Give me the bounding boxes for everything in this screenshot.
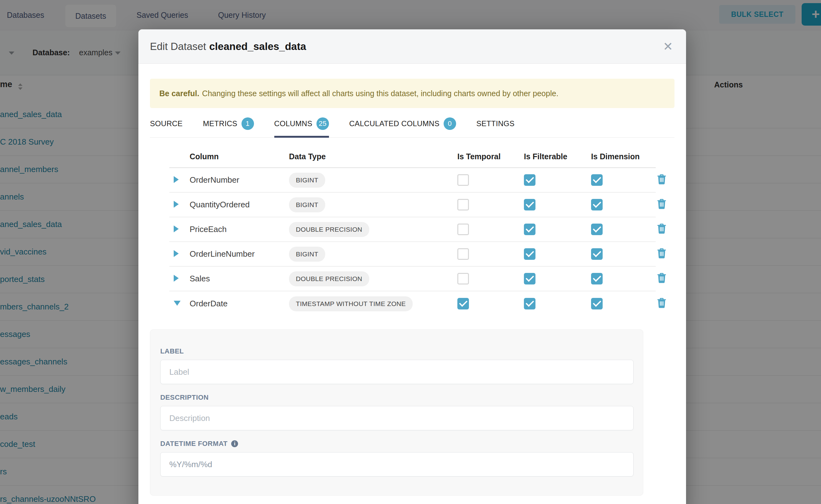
- description-field-group: DESCRIPTION: [160, 393, 634, 430]
- is-dimension-checkbox[interactable]: [591, 174, 603, 186]
- is-temporal-checkbox[interactable]: [458, 298, 469, 309]
- tab-label: COLUMNS: [274, 119, 312, 128]
- header-is-dimension: Is Dimension: [590, 152, 655, 161]
- column-name: Sales: [182, 274, 286, 284]
- modal-header: Edit Datasetcleaned_sales_data ✕: [138, 29, 686, 64]
- tab-columns[interactable]: COLUMNS25: [274, 117, 329, 137]
- data-type-badge: BIGINT: [289, 247, 325, 262]
- label-field-group: LABEL: [160, 347, 634, 384]
- tab-metrics[interactable]: METRICS1: [203, 117, 254, 137]
- label-field-label: LABEL: [160, 347, 634, 355]
- is-temporal-checkbox[interactable]: [458, 224, 469, 235]
- trash-icon: [657, 174, 666, 185]
- column-row-priceeach: PriceEachDOUBLE PRECISION: [169, 217, 656, 242]
- tab-count-badge: 25: [316, 117, 329, 130]
- data-type-badge: TIMESTAMP WITHOUT TIME ZONE: [289, 296, 413, 311]
- data-type-badge: DOUBLE PRECISION: [289, 271, 369, 286]
- delete-column-button[interactable]: [657, 298, 666, 308]
- is-temporal-checkbox[interactable]: [458, 174, 469, 186]
- label-input[interactable]: [160, 360, 634, 384]
- is-filterable-checkbox[interactable]: [524, 273, 536, 284]
- modal-tabs: SOURCEMETRICS1COLUMNS25CALCULATED COLUMN…: [150, 117, 675, 138]
- column-row-sales: SalesDOUBLE PRECISION: [169, 267, 656, 291]
- header-column: Column: [182, 152, 286, 161]
- is-filterable-checkbox[interactable]: [524, 174, 536, 186]
- expand-caret-icon[interactable]: [174, 201, 179, 208]
- tab-calculated-columns[interactable]: CALCULATED COLUMNS0: [349, 117, 456, 137]
- modal-body: Be careful. Changing these settings will…: [138, 79, 686, 496]
- is-temporal-checkbox[interactable]: [458, 199, 469, 210]
- column-row-orderlinenumber: OrderLineNumberBIGINT: [169, 242, 656, 267]
- modal-title: Edit Datasetcleaned_sales_data: [150, 41, 306, 52]
- delete-column-button[interactable]: [657, 224, 666, 234]
- column-name: OrderDate: [182, 299, 286, 309]
- tab-label: SOURCE: [150, 119, 182, 128]
- datetime-format-field-group: DATETIME FORMAT i: [160, 440, 634, 477]
- is-filterable-checkbox[interactable]: [524, 298, 536, 309]
- modal-title-dataset-name: cleaned_sales_data: [209, 41, 306, 52]
- collapse-caret-icon[interactable]: [174, 301, 180, 306]
- is-temporal-checkbox[interactable]: [458, 273, 469, 284]
- is-dimension-checkbox[interactable]: [591, 248, 603, 260]
- delete-column-button[interactable]: [657, 199, 666, 209]
- trash-icon: [657, 199, 666, 209]
- datetime-format-field-label: DATETIME FORMAT i: [160, 440, 634, 448]
- column-name: PriceEach: [182, 225, 286, 234]
- is-filterable-checkbox[interactable]: [524, 224, 536, 235]
- delete-column-button[interactable]: [657, 273, 666, 283]
- delete-column-button[interactable]: [657, 248, 666, 259]
- trash-icon: [657, 224, 666, 234]
- data-type-badge: BIGINT: [289, 197, 325, 212]
- warning-banner: Be careful. Changing these settings will…: [150, 79, 675, 108]
- datetime-format-label-text: DATETIME FORMAT: [160, 440, 227, 448]
- trash-icon: [657, 248, 666, 259]
- expand-caret-icon[interactable]: [174, 176, 179, 183]
- is-filterable-checkbox[interactable]: [524, 199, 536, 210]
- datetime-format-input[interactable]: [160, 452, 634, 477]
- tab-label: SETTINGS: [477, 119, 515, 128]
- column-detail-panel: LABEL DESCRIPTION DATETIME FORMAT i: [150, 329, 643, 496]
- delete-column-button[interactable]: [657, 174, 666, 185]
- info-icon[interactable]: i: [231, 440, 238, 447]
- column-row-orderdate: OrderDateTIMESTAMP WITHOUT TIME ZONE: [169, 291, 656, 316]
- tab-label: CALCULATED COLUMNS: [349, 119, 440, 128]
- column-name: QuantityOrdered: [182, 200, 286, 210]
- column-row-ordernumber: OrderNumberBIGINT: [169, 168, 656, 193]
- header-is-filterable: Is Filterable: [522, 152, 590, 161]
- trash-icon: [657, 273, 666, 283]
- expand-caret-icon[interactable]: [174, 225, 179, 232]
- header-data-type: Data Type: [286, 152, 456, 161]
- data-type-badge: DOUBLE PRECISION: [289, 222, 369, 237]
- modal-title-prefix: Edit Dataset: [150, 41, 206, 52]
- is-temporal-checkbox[interactable]: [458, 248, 469, 260]
- warning-text: Changing these settings will affect all …: [202, 89, 559, 98]
- is-dimension-checkbox[interactable]: [591, 298, 603, 309]
- tab-source[interactable]: SOURCE: [150, 117, 182, 137]
- trash-icon: [657, 298, 666, 308]
- edit-dataset-modal: Edit Datasetcleaned_sales_data ✕ Be care…: [138, 29, 686, 504]
- tab-label: METRICS: [203, 119, 237, 128]
- warning-bold-text: Be careful.: [159, 89, 199, 98]
- is-dimension-checkbox[interactable]: [591, 224, 603, 235]
- is-filterable-checkbox[interactable]: [524, 248, 536, 260]
- header-is-temporal: Is Temporal: [456, 152, 522, 161]
- is-dimension-checkbox[interactable]: [591, 273, 603, 284]
- description-input[interactable]: [160, 406, 634, 430]
- column-name: OrderNumber: [182, 175, 286, 185]
- expand-caret-icon[interactable]: [174, 275, 179, 282]
- is-dimension-checkbox[interactable]: [591, 199, 603, 210]
- tab-settings[interactable]: SETTINGS: [477, 117, 515, 137]
- close-icon[interactable]: ✕: [663, 41, 673, 52]
- description-field-label: DESCRIPTION: [160, 393, 634, 402]
- column-row-quantityordered: QuantityOrderedBIGINT: [169, 193, 656, 217]
- column-name: OrderLineNumber: [182, 249, 286, 259]
- columns-table-header: Column Data Type Is Temporal Is Filterab…: [169, 152, 656, 168]
- data-type-badge: BIGINT: [289, 173, 325, 188]
- tab-count-badge: 1: [241, 117, 254, 130]
- expand-caret-icon[interactable]: [174, 250, 179, 257]
- tab-count-badge: 0: [444, 117, 456, 130]
